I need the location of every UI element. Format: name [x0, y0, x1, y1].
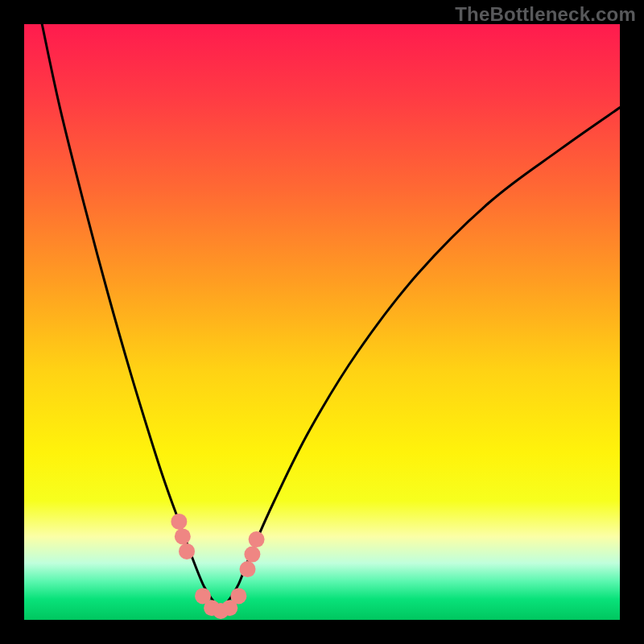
marker-dot: [179, 543, 195, 559]
bottleneck-curve: [42, 24, 620, 608]
highlight-markers: [171, 514, 264, 619]
attribution-label: TheBottleneck.com: [455, 3, 636, 26]
chart-svg: [24, 24, 620, 620]
plot-area: [24, 24, 620, 620]
marker-dot: [249, 531, 265, 547]
outer-frame: TheBottleneck.com: [0, 0, 644, 644]
marker-dot: [244, 547, 260, 563]
marker-dot: [171, 514, 187, 530]
marker-dot: [240, 561, 256, 577]
marker-dot: [230, 588, 246, 604]
marker-dot: [175, 528, 191, 544]
